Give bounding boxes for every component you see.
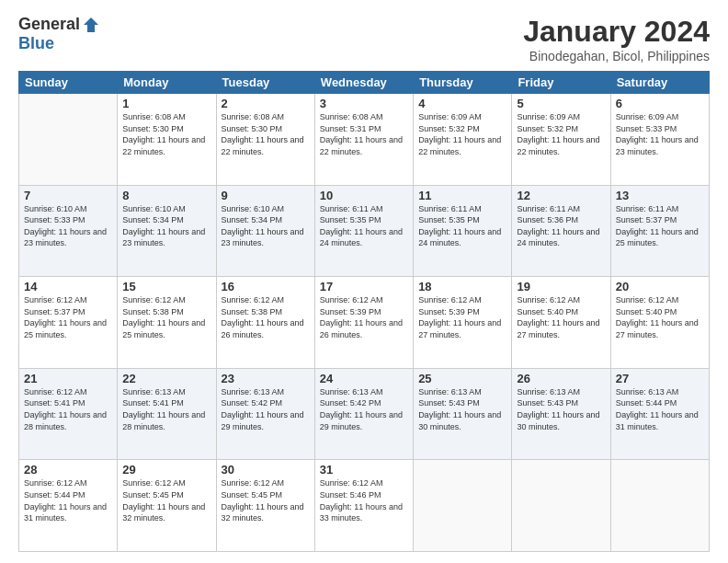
day-info: Sunrise: 6:12 AMSunset: 5:46 PMDaylight:… — [320, 477, 408, 523]
table-row: 25Sunrise: 6:13 AMSunset: 5:43 PMDayligh… — [414, 368, 512, 460]
table-row: 1Sunrise: 6:08 AMSunset: 5:30 PMDaylight… — [118, 94, 216, 186]
header-monday: Monday — [118, 72, 216, 94]
day-info: Sunrise: 6:11 AMSunset: 5:37 PMDaylight:… — [616, 203, 704, 249]
day-info: Sunrise: 6:12 AMSunset: 5:40 PMDaylight:… — [616, 294, 704, 340]
day-number: 29 — [122, 463, 210, 477]
svg-marker-0 — [84, 17, 98, 32]
table-row: 5Sunrise: 6:09 AMSunset: 5:32 PMDaylight… — [512, 94, 610, 186]
table-row: 2Sunrise: 6:08 AMSunset: 5:30 PMDaylight… — [216, 94, 314, 186]
table-row: 4Sunrise: 6:09 AMSunset: 5:32 PMDaylight… — [414, 94, 512, 186]
day-number: 26 — [517, 372, 605, 385]
day-number: 31 — [320, 463, 408, 477]
header-sunday: Sunday — [19, 72, 118, 94]
day-info: Sunrise: 6:09 AMSunset: 5:32 PMDaylight:… — [418, 111, 506, 157]
title-section: January 2024 Binodegahan, Bicol, Philipp… — [523, 15, 710, 63]
day-number: 25 — [418, 372, 506, 385]
calendar-row-3: 21Sunrise: 6:12 AMSunset: 5:41 PMDayligh… — [19, 368, 710, 460]
table-row: 13Sunrise: 6:11 AMSunset: 5:37 PMDayligh… — [610, 185, 709, 277]
table-row: 17Sunrise: 6:12 AMSunset: 5:39 PMDayligh… — [314, 277, 413, 369]
day-number: 1 — [122, 97, 210, 110]
table-row — [512, 460, 610, 552]
day-info: Sunrise: 6:11 AMSunset: 5:36 PMDaylight:… — [517, 203, 605, 249]
day-info: Sunrise: 6:12 AMSunset: 5:44 PMDaylight:… — [24, 477, 112, 523]
table-row: 21Sunrise: 6:12 AMSunset: 5:41 PMDayligh… — [19, 368, 118, 460]
table-row: 27Sunrise: 6:13 AMSunset: 5:44 PMDayligh… — [610, 368, 709, 460]
day-number: 21 — [24, 372, 112, 385]
table-row: 9Sunrise: 6:10 AMSunset: 5:34 PMDaylight… — [216, 185, 314, 277]
day-number: 9 — [222, 189, 310, 202]
location-subtitle: Binodegahan, Bicol, Philippines — [523, 49, 710, 63]
day-info: Sunrise: 6:08 AMSunset: 5:30 PMDaylight:… — [222, 111, 310, 157]
day-number: 4 — [418, 97, 506, 110]
header-row: Sunday Monday Tuesday Wednesday Thursday… — [19, 72, 710, 94]
day-info: Sunrise: 6:13 AMSunset: 5:42 PMDaylight:… — [320, 386, 408, 432]
day-info: Sunrise: 6:10 AMSunset: 5:34 PMDaylight:… — [222, 203, 310, 249]
logo-icon — [82, 16, 100, 34]
table-row: 11Sunrise: 6:11 AMSunset: 5:35 PMDayligh… — [414, 185, 512, 277]
day-info: Sunrise: 6:09 AMSunset: 5:33 PMDaylight:… — [616, 111, 704, 157]
calendar-row-0: 1Sunrise: 6:08 AMSunset: 5:30 PMDaylight… — [19, 94, 710, 186]
day-number: 27 — [616, 372, 704, 385]
table-row: 12Sunrise: 6:11 AMSunset: 5:36 PMDayligh… — [512, 185, 610, 277]
table-row: 19Sunrise: 6:12 AMSunset: 5:40 PMDayligh… — [512, 277, 610, 369]
day-info: Sunrise: 6:11 AMSunset: 5:35 PMDaylight:… — [320, 203, 408, 249]
day-info: Sunrise: 6:08 AMSunset: 5:30 PMDaylight:… — [122, 111, 210, 157]
day-number: 18 — [418, 280, 506, 293]
day-number: 6 — [616, 97, 704, 110]
day-number: 2 — [222, 97, 310, 110]
header-saturday: Saturday — [610, 72, 709, 94]
day-info: Sunrise: 6:11 AMSunset: 5:35 PMDaylight:… — [418, 203, 506, 249]
header: General Blue January 2024 Binodegahan, B… — [18, 15, 710, 63]
page: General Blue January 2024 Binodegahan, B… — [0, 0, 728, 563]
table-row: 28Sunrise: 6:12 AMSunset: 5:44 PMDayligh… — [19, 460, 118, 552]
table-row: 3Sunrise: 6:08 AMSunset: 5:31 PMDaylight… — [314, 94, 413, 186]
day-number: 19 — [517, 280, 605, 293]
table-row: 18Sunrise: 6:12 AMSunset: 5:39 PMDayligh… — [414, 277, 512, 369]
table-row — [19, 94, 118, 186]
day-info: Sunrise: 6:13 AMSunset: 5:43 PMDaylight:… — [418, 386, 506, 432]
day-number: 30 — [222, 463, 310, 477]
table-row: 31Sunrise: 6:12 AMSunset: 5:46 PMDayligh… — [314, 460, 413, 552]
table-row: 6Sunrise: 6:09 AMSunset: 5:33 PMDaylight… — [610, 94, 709, 186]
table-row: 30Sunrise: 6:12 AMSunset: 5:45 PMDayligh… — [216, 460, 314, 552]
header-tuesday: Tuesday — [216, 72, 314, 94]
day-number: 10 — [320, 189, 408, 202]
logo-blue-text: Blue — [18, 34, 54, 53]
day-number: 17 — [320, 280, 408, 293]
header-friday: Friday — [512, 72, 610, 94]
day-info: Sunrise: 6:12 AMSunset: 5:38 PMDaylight:… — [222, 294, 310, 340]
day-info: Sunrise: 6:10 AMSunset: 5:33 PMDaylight:… — [24, 203, 112, 249]
table-row: 8Sunrise: 6:10 AMSunset: 5:34 PMDaylight… — [118, 185, 216, 277]
day-info: Sunrise: 6:12 AMSunset: 5:41 PMDaylight:… — [24, 386, 112, 432]
day-number: 24 — [320, 372, 408, 385]
header-thursday: Thursday — [414, 72, 512, 94]
table-row: 20Sunrise: 6:12 AMSunset: 5:40 PMDayligh… — [610, 277, 709, 369]
day-number: 5 — [517, 97, 605, 110]
day-number: 28 — [24, 463, 112, 477]
table-row: 22Sunrise: 6:13 AMSunset: 5:41 PMDayligh… — [118, 368, 216, 460]
calendar-row-2: 14Sunrise: 6:12 AMSunset: 5:37 PMDayligh… — [19, 277, 710, 369]
day-info: Sunrise: 6:12 AMSunset: 5:40 PMDaylight:… — [517, 294, 605, 340]
table-row: 15Sunrise: 6:12 AMSunset: 5:38 PMDayligh… — [118, 277, 216, 369]
table-row — [414, 460, 512, 552]
table-row: 14Sunrise: 6:12 AMSunset: 5:37 PMDayligh… — [19, 277, 118, 369]
day-number: 16 — [222, 280, 310, 293]
table-row — [610, 460, 709, 552]
day-number: 7 — [24, 189, 112, 202]
calendar-row-1: 7Sunrise: 6:10 AMSunset: 5:33 PMDaylight… — [19, 185, 710, 277]
calendar-table: Sunday Monday Tuesday Wednesday Thursday… — [18, 71, 710, 552]
day-number: 20 — [616, 280, 704, 293]
day-number: 23 — [222, 372, 310, 385]
table-row: 7Sunrise: 6:10 AMSunset: 5:33 PMDaylight… — [19, 185, 118, 277]
day-number: 14 — [24, 280, 112, 293]
day-info: Sunrise: 6:10 AMSunset: 5:34 PMDaylight:… — [122, 203, 210, 249]
day-number: 22 — [122, 372, 210, 385]
table-row: 29Sunrise: 6:12 AMSunset: 5:45 PMDayligh… — [118, 460, 216, 552]
day-info: Sunrise: 6:08 AMSunset: 5:31 PMDaylight:… — [320, 111, 408, 157]
table-row: 26Sunrise: 6:13 AMSunset: 5:43 PMDayligh… — [512, 368, 610, 460]
day-number: 3 — [320, 97, 408, 110]
month-title: January 2024 — [523, 15, 710, 49]
calendar-row-4: 28Sunrise: 6:12 AMSunset: 5:44 PMDayligh… — [19, 460, 710, 552]
day-info: Sunrise: 6:12 AMSunset: 5:45 PMDaylight:… — [222, 477, 310, 523]
header-wednesday: Wednesday — [314, 72, 413, 94]
